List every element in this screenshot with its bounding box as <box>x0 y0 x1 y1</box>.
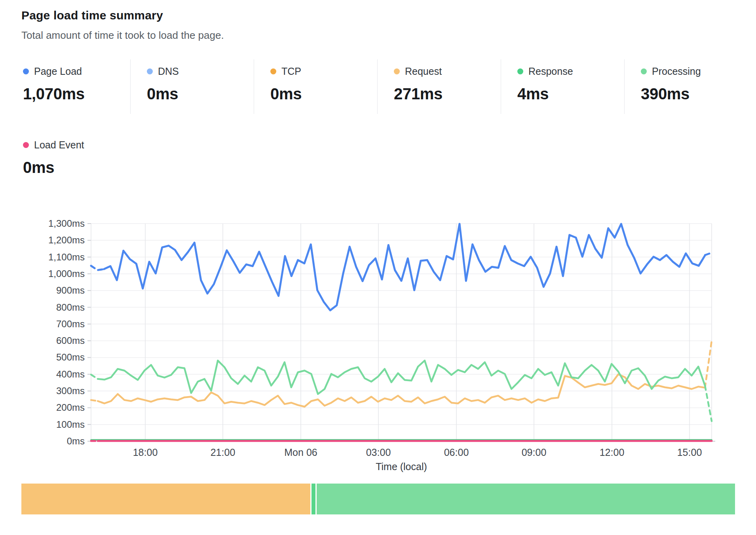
series-processing-line <box>98 360 705 394</box>
load-time-chart[interactable]: 0ms100ms200ms300ms400ms500ms600ms700ms80… <box>0 214 756 483</box>
timing-proportion-bar[interactable] <box>21 484 735 514</box>
series-request-line <box>98 374 705 407</box>
request-legend-dot <box>394 68 400 74</box>
stat-label: Request <box>405 66 442 77</box>
stat-label: Processing <box>652 66 701 77</box>
y-tick-label: 400ms <box>56 369 85 379</box>
stat-label: DNS <box>158 66 179 77</box>
y-tick-label: 700ms <box>56 319 85 329</box>
x-tick-label: 15:00 <box>677 447 702 458</box>
series-page-load-tail-dash <box>705 253 712 255</box>
response-legend-dot <box>517 68 523 74</box>
bar-segment-response-share[interactable] <box>312 484 316 514</box>
y-tick-label: 300ms <box>56 385 85 396</box>
x-tick-label: 09:00 <box>522 447 547 458</box>
series-page-load-line <box>104 224 705 310</box>
stat-value: 0ms <box>270 85 377 103</box>
series-request-tail-dash <box>705 341 712 387</box>
y-tick-label: 100ms <box>56 419 85 430</box>
metric-legend-row-2: Load Event 0ms <box>21 133 735 188</box>
x-tick-label: Mon 06 <box>284 447 317 458</box>
series-request-lead-dash <box>91 400 98 401</box>
y-tick-label: 600ms <box>56 335 85 346</box>
stat-value: 0ms <box>23 159 130 176</box>
bar-segment-request-share[interactable] <box>21 484 310 514</box>
stat-dns: DNS 0ms <box>130 59 254 114</box>
tcp-legend-dot <box>270 68 276 74</box>
stat-page-load: Page Load 1,070ms <box>21 59 130 114</box>
x-axis-title: Time (local) <box>376 461 427 472</box>
dns-legend-dot <box>147 68 153 74</box>
y-tick-label: 1,000ms <box>48 268 85 279</box>
load-event-legend-dot <box>23 142 29 148</box>
page-title: Page load time summary <box>21 9 163 22</box>
stat-label: Response <box>528 66 573 77</box>
stat-processing: Processing 390ms <box>624 59 735 114</box>
page-load-summary-panel: Page load time summary Total amount of t… <box>0 0 756 535</box>
stat-value: 0ms <box>147 85 254 103</box>
y-tick-label: 0ms <box>67 436 85 446</box>
stat-label: Page Load <box>34 66 82 77</box>
processing-legend-dot <box>641 68 647 74</box>
load-time-chart-svg[interactable]: 0ms100ms200ms300ms400ms500ms600ms700ms80… <box>0 214 756 483</box>
y-tick-label: 800ms <box>56 302 85 313</box>
y-tick-label: 1,300ms <box>48 218 85 229</box>
page-load-legend-dot <box>23 68 29 74</box>
bar-segment-processing-share[interactable] <box>317 484 735 514</box>
stat-label: Load Event <box>34 139 84 151</box>
stat-value: 4ms <box>517 85 624 103</box>
x-tick-label: 12:00 <box>600 447 625 458</box>
metric-legend-row: Page Load 1,070ms DNS 0ms TCP 0ms Reques… <box>21 59 735 114</box>
y-tick-label: 500ms <box>56 352 85 362</box>
x-tick-label: 06:00 <box>444 447 469 458</box>
series-page-load-lead-dash <box>91 266 104 270</box>
x-tick-label: 03:00 <box>366 447 391 458</box>
stat-label: TCP <box>281 66 301 77</box>
stat-value: 1,070ms <box>23 85 130 103</box>
stat-tcp: TCP 0ms <box>254 59 377 114</box>
page-subtitle: Total amount of time it took to load the… <box>21 29 224 42</box>
series-processing-lead-dash <box>91 375 98 379</box>
stat-response: Response 4ms <box>501 59 624 114</box>
y-tick-label: 200ms <box>56 402 85 413</box>
stat-request: Request 271ms <box>377 59 501 114</box>
x-tick-label: 18:00 <box>133 447 158 458</box>
stat-value: 271ms <box>394 85 501 103</box>
stat-value: 390ms <box>641 85 735 103</box>
y-tick-label: 1,100ms <box>48 252 85 262</box>
y-tick-label: 1,200ms <box>48 235 85 245</box>
x-tick-label: 21:00 <box>211 447 236 458</box>
stat-load-event: Load Event 0ms <box>21 133 130 188</box>
y-tick-label: 900ms <box>56 285 85 296</box>
